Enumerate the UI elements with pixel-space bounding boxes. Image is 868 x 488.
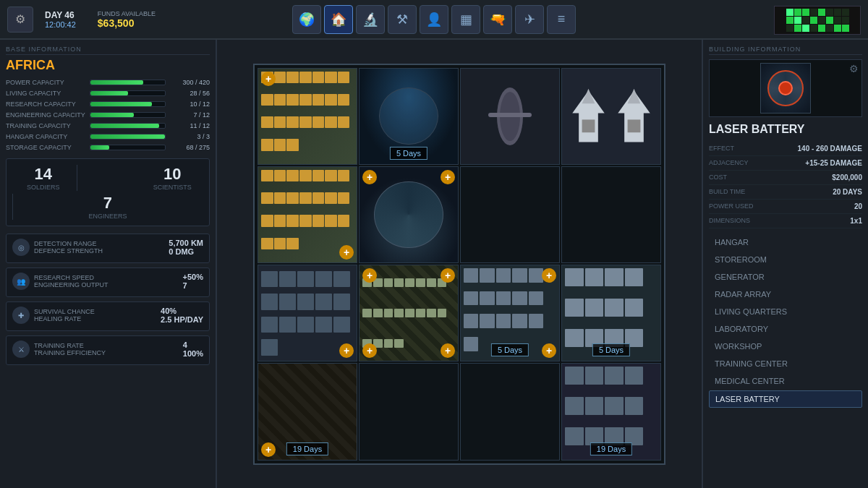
map-cell-2[interactable] [460,68,560,165]
plus-btn-tl-0[interactable]: + [261,72,276,86]
survival-block: ✚ SURVIVAL CHANCE HEALING RATE 40% 2.5 H… [6,301,210,331]
building-info-title: BUILDING INFORMATION [709,46,862,55]
map-cell-6[interactable] [460,166,560,263]
survival-label: SURVIVAL CHANCE [34,308,95,315]
map-cell-12[interactable]: +19 Days [258,363,357,460]
settings-button[interactable]: ⚙ [7,7,33,33]
nav-icons: 🌍 🏠 🔬 ⚒ 👤 ▦ 🔫 ✈ ≡ [292,5,576,34]
cap-label-4: TRAINING CAPACITY [6,122,85,129]
building-list-item-4[interactable]: LIVING QUARTERS [709,304,862,320]
engineering-output-value: 7 [183,281,203,290]
power-used-label: POWER USED [709,202,754,210]
building-list-item-9[interactable]: LASER BATTERY [709,390,862,408]
capacity-row-5: HANGAR CAPACITY 3 / 3 [6,133,210,140]
cap-bar-6 [90,145,109,150]
cap-value-6: 68 / 275 [170,144,210,151]
mini-map-grid [786,9,849,32]
adjacency-label: ADJACENCY [709,159,749,167]
plus-btn-bl-12[interactable]: + [261,442,276,457]
nav-globe[interactable]: 🌍 [292,5,321,34]
capacity-row-2: RESEARCH CAPACITY 10 / 12 [6,100,210,108]
nav-base[interactable]: 🏠 [324,5,353,34]
scientists-label: SCIENTISTS [153,184,192,191]
building-list-item-1[interactable]: STOREROOM [709,252,862,267]
svg-rect-4 [582,119,595,132]
day-time-block: DAY 46 12:00:42 [45,10,76,29]
healing-label: HEALING RATE [34,315,95,322]
detection-row: ◎ DETECTION RANGE DEFENCE STRENGTH 5,700… [12,239,203,256]
map-cell-9[interactable]: ++++ [359,265,459,361]
map-cell-5[interactable]: ++ [359,166,459,263]
plus-btn-tr-5[interactable]: + [441,170,455,184]
stats-grid: 14 SOLDIERS 10 SCIENTISTS 7 ENGINEERS [6,158,210,226]
right-panel: BUILDING INFORMATION ⚙ LASER BATTERY EFF… [702,40,868,488]
building-settings-icon[interactable]: ⚙ [849,63,859,74]
defence-label: DEFENCE STRENGTH [34,247,103,254]
nav-menu[interactable]: ≡ [547,5,576,34]
map-cell-4[interactable]: + [258,166,357,263]
building-list-item-6[interactable]: WORKSHOP [709,338,862,354]
detection-value: 5,700 KM [169,239,203,247]
svg-rect-7 [628,119,641,132]
healing-value: 2.5 HP/DAY [161,315,203,324]
training-icon: ⚔ [12,341,30,358]
map-grid-container: + 5 Days + ++ + [253,64,665,465]
nav-soldiers[interactable]: 👤 [420,5,448,34]
plus-btn-tr-9[interactable]: + [441,268,455,283]
capacity-row-1: LIVING CAPACITY 28 / 56 [6,90,210,97]
cap-bar-container-0 [90,80,166,85]
cap-label-0: POWER CAPACITY [6,79,85,86]
days-badge-11: 5 Days [592,343,630,356]
map-cell-11[interactable]: 5 Days [561,265,661,361]
plus-btn-tl-9[interactable]: + [362,268,377,283]
medical-icon: ✚ [12,307,30,324]
building-list-item-8[interactable]: MEDICAL CENTER [709,373,862,389]
map-cell-13[interactable] [359,363,459,460]
research-speed-label: RESEARCH SPEED [34,274,109,281]
left-panel: BASE INFORMATION AFRICA POWER CAPACITY 3… [0,40,217,488]
building-list-item-7[interactable]: TRAINING CENTER [709,356,862,372]
building-list-item-3[interactable]: RADAR ARRAY [709,286,862,302]
survival-row: ✚ SURVIVAL CHANCE HEALING RATE 40% 2.5 H… [12,307,203,324]
nav-research[interactable]: 🔬 [356,5,385,34]
cap-value-5: 3 / 3 [170,133,210,140]
cap-label-3: ENGINEERING CAPACITY [6,111,85,119]
map-cell-14[interactable] [460,363,560,460]
time-label: 12:00:42 [45,20,76,29]
research-row: 👥 RESEARCH SPEED ENGINEERING OUTPUT +50%… [12,273,203,290]
funds-label: FUNDS AVAILABLE [98,10,156,17]
nav-weapons[interactable]: 🔫 [483,5,512,34]
nav-workshop[interactable]: ⚒ [388,5,417,34]
plus-btn-br-4[interactable]: + [339,245,354,260]
scientists-count: 10 [163,165,181,184]
nav-aircraft[interactable]: ✈ [515,5,544,34]
cap-value-2: 10 / 12 [170,100,210,108]
power-used-row: POWER USED 20 [709,200,862,214]
building-stats: EFFECT 140 - 260 DAMAGE ADJACENCY +15-25… [709,142,862,228]
funds-value: $63,500 [98,17,156,29]
cap-bar-2 [90,102,152,106]
map-cell-8[interactable]: + [258,265,357,361]
cap-bar-container-4 [90,123,166,129]
nav-grid[interactable]: ▦ [451,5,480,34]
base-name: AFRICA [6,58,210,73]
building-list-item-2[interactable]: GENERATOR [709,269,862,285]
build-time-label: BUILD TIME [709,188,745,196]
training-rate-value: 4 [183,341,203,349]
map-cell-3[interactable] [561,68,661,165]
cap-bar-container-2 [90,101,166,107]
map-cell-10[interactable]: ++5 Days [460,265,560,361]
svg-rect-2 [488,113,532,117]
cost-value: $200,000 [832,174,862,181]
engineers-label: ENGINEERS [88,213,127,220]
building-list-item-5[interactable]: LABORATORY [709,321,862,337]
top-bar: ⚙ DAY 46 12:00:42 FUNDS AVAILABLE $63,50… [0,0,868,40]
plus-btn-tl-5[interactable]: + [362,170,377,184]
plus-btn-tr-10[interactable]: + [542,268,556,283]
building-list-item-0[interactable]: HANGAR [709,234,862,250]
map-cell-15[interactable]: 19 Days [561,363,661,460]
cap-value-4: 11 / 12 [170,122,210,129]
map-cell-7[interactable] [561,166,661,263]
map-cell-0[interactable]: + [258,68,357,165]
map-cell-1[interactable]: 5 Days [359,68,459,165]
